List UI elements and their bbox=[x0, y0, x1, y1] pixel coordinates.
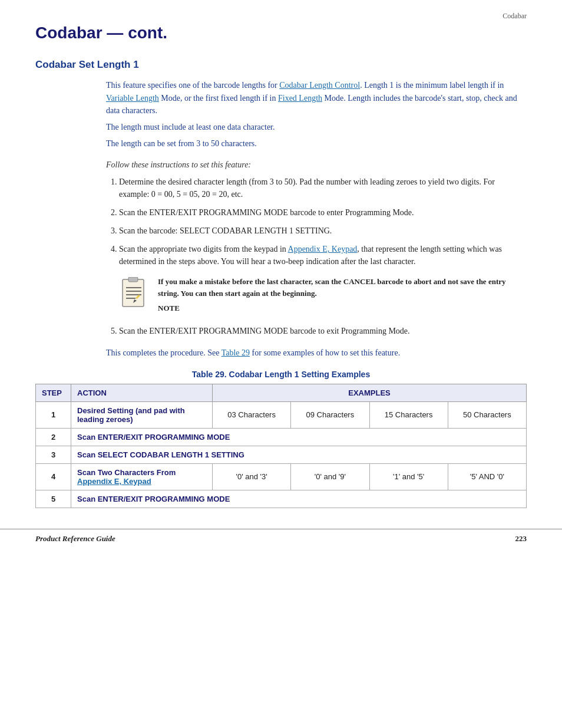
note-text-block: If you make a mistake before the last ch… bbox=[158, 276, 527, 314]
table-row: 2 Scan ENTER/EXIT PROGRAMMING MODE bbox=[36, 428, 527, 446]
step-2: Scan the ENTER/EXIT PROGRAMMING MODE bar… bbox=[119, 206, 527, 219]
step-num-4: 4 bbox=[36, 463, 71, 490]
outro-prefix: This completes the procedure. See bbox=[106, 348, 222, 357]
action-5: Scan ENTER/EXIT PROGRAMMING MODE bbox=[71, 490, 527, 508]
intro-block: This feature specifies one of the barcod… bbox=[106, 79, 527, 150]
step-num-3: 3 bbox=[36, 446, 71, 463]
step-4: Scan the appropriate two digits from the… bbox=[119, 243, 527, 314]
notepad-icon bbox=[119, 277, 148, 310]
intro-paragraph-2: The length must include at least one dat… bbox=[106, 121, 527, 134]
example-1-2: 09 Characters bbox=[291, 401, 369, 428]
note-box: If you make a mistake before the last ch… bbox=[119, 276, 527, 314]
footer-left: Product Reference Guide bbox=[35, 534, 115, 543]
intro-paragraph-1: This feature specifies one of the barcod… bbox=[106, 79, 527, 117]
table-row: 4 Scan Two Characters From Appendix E, K… bbox=[36, 463, 527, 490]
step-num-5: 5 bbox=[36, 490, 71, 508]
action-1: Desired Setting (and pad with leading ze… bbox=[71, 401, 213, 428]
step-5: Scan the ENTER/EXIT PROGRAMMING MODE bar… bbox=[119, 325, 527, 337]
appendix-e-link[interactable]: Appendix E, Keypad bbox=[288, 245, 358, 253]
step-3: Scan the barcode: SELECT CODABAR LENGTH … bbox=[119, 225, 527, 237]
intro-text-3: Mode, or the first fixed length if in bbox=[159, 94, 278, 103]
instructions-label: Follow these instructions to set this fe… bbox=[106, 160, 527, 170]
table-row: 5 Scan ENTER/EXIT PROGRAMMING MODE bbox=[36, 490, 527, 508]
fixed-length-link[interactable]: Fixed Length bbox=[278, 94, 322, 103]
table-title: Table 29. Codabar Length 1 Setting Examp… bbox=[35, 370, 527, 379]
outro-suffix: for some examples of how to set this fea… bbox=[250, 348, 400, 357]
note-text: If you make a mistake before the last ch… bbox=[158, 276, 527, 299]
action-4: Scan Two Characters From Appendix E, Key… bbox=[71, 463, 213, 490]
step-num-1: 1 bbox=[36, 401, 71, 428]
step-1: Determine the desired character length (… bbox=[119, 176, 527, 200]
example-4-4: '5' AND '0' bbox=[448, 463, 526, 490]
action-3: Scan SELECT CODABAR LENGTH 1 SETTING bbox=[71, 446, 527, 463]
step-num-2: 2 bbox=[36, 428, 71, 446]
section-title: Codabar Set Length 1 bbox=[35, 59, 527, 71]
footer: Product Reference Guide 223 bbox=[0, 529, 562, 543]
header-examples: EXAMPLES bbox=[213, 384, 527, 401]
intro-paragraph-3: The length can be set from 3 to 50 chara… bbox=[106, 137, 527, 150]
svg-rect-0 bbox=[123, 279, 144, 307]
header-action: ACTION bbox=[71, 384, 213, 401]
variable-length-link[interactable]: Variable Length bbox=[106, 94, 159, 103]
action-2: Scan ENTER/EXIT PROGRAMMING MODE bbox=[71, 428, 527, 446]
page-container: Codabar Codabar — cont. Codabar Set Leng… bbox=[0, 0, 562, 561]
table-29-link[interactable]: Table 29 bbox=[222, 348, 250, 357]
intro-text-1: This feature specifies one of the barcod… bbox=[106, 81, 279, 90]
codabar-length-control-link[interactable]: Codabar Length Control bbox=[279, 81, 360, 90]
example-4-2: '0' and '9' bbox=[291, 463, 369, 490]
example-1-4: 50 Characters bbox=[448, 401, 526, 428]
example-4-3: '1' and '5' bbox=[369, 463, 448, 490]
note-icon bbox=[119, 277, 150, 308]
page-title: Codabar — cont. bbox=[35, 24, 527, 42]
example-1-1: 03 Characters bbox=[213, 401, 291, 428]
header-step: STEP bbox=[36, 384, 71, 401]
footer-right: 223 bbox=[515, 534, 527, 543]
intro-text-2: . Length 1 is the minimum label length i… bbox=[360, 81, 504, 90]
outro-text: This completes the procedure. See Table … bbox=[106, 347, 527, 359]
examples-table: STEP ACTION EXAMPLES 1 Desired Setting (… bbox=[35, 384, 527, 508]
svg-rect-1 bbox=[128, 277, 138, 282]
example-1-3: 15 Characters bbox=[369, 401, 448, 428]
example-4-1: '0' and '3' bbox=[213, 463, 291, 490]
steps-list: Determine the desired character length (… bbox=[106, 176, 527, 337]
note-label: NOTE bbox=[158, 302, 527, 314]
table-row: 1 Desired Setting (and pad with leading … bbox=[36, 401, 527, 428]
note-text-content: If you make a mistake before the last ch… bbox=[158, 277, 506, 298]
appendix-e-link-table[interactable]: Appendix E, Keypad bbox=[77, 477, 151, 486]
top-label: Codabar bbox=[503, 12, 527, 21]
table-row: 3 Scan SELECT CODABAR LENGTH 1 SETTING bbox=[36, 446, 527, 463]
